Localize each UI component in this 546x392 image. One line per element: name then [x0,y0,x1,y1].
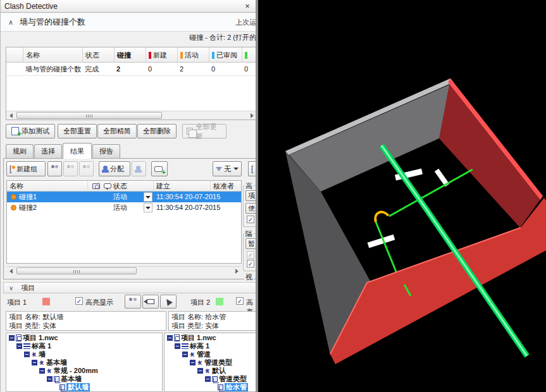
category-icon [39,359,45,366]
3d-viewport[interactable] [258,0,546,392]
add-comment-button[interactable] [151,161,168,176]
collapse-box-icon[interactable] [9,335,15,341]
new-group-button[interactable]: [ 新建组 [6,161,46,176]
use-item-colors-button[interactable]: 使 [245,203,256,214]
hide-other-checkbox[interactable]: ✓ [247,251,254,259]
grid-col-comments[interactable] [99,181,111,192]
reset-all-button[interactable]: 全部重置 [58,124,97,138]
auto-reveal-checkbox[interactable]: ✓ [247,260,254,267]
grid-col-approver[interactable]: 核准者 [211,181,241,192]
add-to-group-button[interactable] [63,161,78,176]
highlight-item1-button[interactable]: 项 [245,190,256,201]
clash-scene [258,0,546,392]
collapse-box-icon[interactable] [16,343,22,349]
items-collapse-icon[interactable]: ∨ [9,285,13,291]
group-select-button[interactable] [125,295,141,309]
test-row[interactable]: 墙与管的碰撞个数 完成 2 0 2 0 0 [6,63,256,76]
tab-select[interactable]: 选择 [34,144,62,158]
close-icon[interactable]: × [242,1,252,11]
tab-results[interactable]: 结果 [63,143,92,159]
collapse-box-icon[interactable] [205,376,211,382]
tests-hscrollbar[interactable] [6,111,256,119]
item2-tree: 项目 1.nwc 标高 1 管道 管道类型 默认 管道类型 给水管 [164,333,256,392]
collapse-box-icon[interactable] [190,360,195,365]
results-hscrollbar[interactable] [6,266,242,275]
grid-col-status[interactable]: 状态 [111,181,154,192]
tree-node[interactable]: 常规 - 200mm [6,366,162,374]
reviewed-status-chip [212,52,214,59]
filter-value: 无 [224,164,231,174]
clash-status-dot [11,194,16,200]
tree-node[interactable]: 管道 [164,350,256,358]
items-section-header[interactable]: ∨ 项目 [3,282,256,293]
tree-node-selected[interactable]: 给水管 [164,383,256,391]
scroll-thumb[interactable] [16,267,137,274]
tree-node[interactable]: 管道类型 [164,358,256,366]
item2-highlight-checkbox[interactable]: ✓ [236,297,244,305]
tree-node[interactable]: 项目 1.nwc [6,333,162,341]
grid-col-saved-viewpoint[interactable] [88,181,99,192]
tree-node-selected[interactable]: 默认墙 [6,383,162,391]
active-status-chip [180,52,183,59]
tree-node[interactable]: 项目 1.nwc [164,333,256,341]
collapse-box-icon[interactable] [175,343,180,349]
collapse-box-icon[interactable] [197,368,203,374]
scroll-right-icon[interactable] [233,267,241,275]
col-name[interactable]: 名称 [23,47,82,63]
scroll-thumb[interactable] [16,112,162,119]
grid-col-created[interactable]: 建立 [154,181,211,192]
highlight-all-checkbox[interactable]: ✓ [247,216,254,223]
collapse-box-icon[interactable] [182,352,188,357]
collapse-box-icon[interactable] [32,360,37,365]
remove-from-group-button[interactable] [79,161,94,176]
col-new[interactable]: 新建 [146,47,177,63]
col-status[interactable]: 状态 [82,47,114,63]
tree-node[interactable]: 标高 1 [6,341,162,350]
clash-row-1[interactable]: 碰撞1 活动 11:30:54 20-07-2015 [7,192,241,202]
category-icon [31,351,37,358]
clash-elbow-highlight [375,212,388,222]
status-dropdown[interactable] [144,192,152,202]
compact-all-button[interactable]: 全部精简 [97,124,137,138]
tree-node[interactable]: 墙 [6,350,162,358]
col-clashes[interactable]: 碰撞 [114,47,146,63]
panel-titlebar[interactable]: Clash Detective × [1,0,256,13]
collapse-chevron-icon[interactable]: ∧ [8,18,13,27]
group-clashes-button[interactable] [47,161,62,176]
col-reviewed[interactable]: 已审阅 [209,47,242,63]
tests-table: 名称 状态 碰撞 新建 活动 已审阅 墙与管的碰撞个数 完成 2 0 2 0 0 [6,47,256,120]
grid-col-name[interactable]: 名称 [7,181,88,192]
tree-node[interactable]: 管道类型 [164,374,256,383]
status-dropdown[interactable] [144,203,152,212]
unassign-button[interactable] [132,161,146,176]
test-section-header[interactable]: ∧ 墙与管的碰撞个数 上次运 [1,13,256,32]
clash-row-2[interactable]: 碰撞2 活动 11:30:54 20-07-2015 [7,202,241,213]
tree-node[interactable]: 基本墙 [6,374,162,383]
tab-report[interactable]: 报告 [92,144,120,158]
scroll-left-icon[interactable] [7,267,15,275]
tree-node[interactable]: 默认 [164,366,256,374]
add-test-button[interactable]: 添加测试 [6,124,55,138]
collapse-box-icon[interactable] [47,376,53,382]
assign-button[interactable]: 分配 [99,161,130,176]
col-approved[interactable] [242,47,256,63]
collapse-box-icon[interactable] [39,368,45,374]
filter-dropdown[interactable]: 无 [213,161,242,176]
col-active[interactable]: 活动 [177,47,209,63]
item2-type-line: 项目 类型: 实体 [171,321,254,330]
clipped-toolbar-button[interactable]: [ [248,161,256,176]
scroll-left-icon[interactable] [7,112,15,119]
swap-items-button[interactable] [142,295,159,309]
delete-all-button[interactable]: 全部删除 [137,124,177,138]
test-section-title: 墙与管的碰撞个数 [20,16,85,28]
collapse-box-icon[interactable] [167,335,173,341]
dim-other-button[interactable]: 暂 [245,238,256,249]
scroll-right-icon[interactable] [248,112,256,119]
tree-node[interactable]: 标高 1 [164,341,256,350]
tree-node[interactable]: 基本墙 [6,358,162,366]
item1-highlight-checkbox[interactable]: ✓ [75,297,83,305]
update-all-button[interactable]: 全部更新 [182,124,226,138]
tab-rules[interactable]: 规则 [6,144,34,158]
select-button[interactable] [160,295,177,309]
collapse-box-icon[interactable] [24,352,30,357]
